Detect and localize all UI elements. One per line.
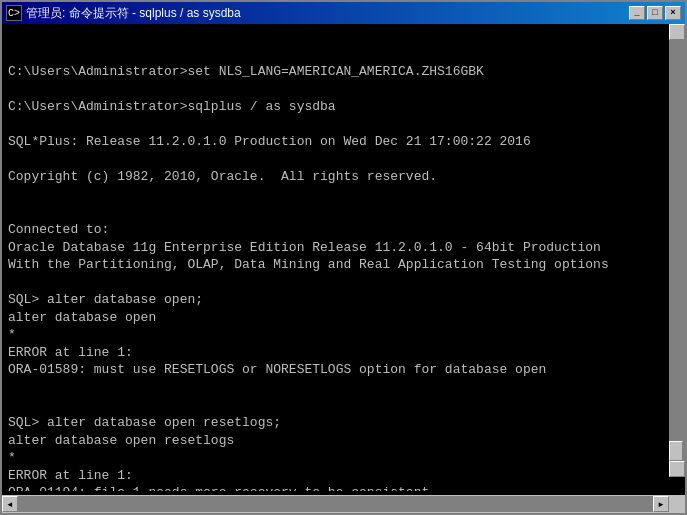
terminal-line: Connected to: [8,221,679,239]
terminal-line [8,203,679,221]
terminal-line: SQL> alter database open; [8,291,679,309]
terminal-line [8,186,679,204]
terminal-body: C:\Users\Administrator>set NLS_LANG=AMER… [2,24,685,495]
cmd-icon: C> [6,5,22,21]
scroll-left-button[interactable]: ◄ [2,496,18,512]
terminal-line [8,151,679,169]
terminal-line: C:\Users\Administrator>set NLS_LANG=AMER… [8,63,679,81]
title-bar-buttons: _ □ × [629,6,681,20]
terminal-line [8,116,679,134]
scroll-down-button[interactable]: ▼ [669,461,685,477]
horizontal-scrollbar-area: ◄ ► [2,495,685,513]
minimize-button[interactable]: _ [629,6,645,20]
title-bar: C> 管理员: 命令提示符 - sqlplus / as sysdba _ □ … [2,2,685,24]
terminal-line: * [8,449,679,467]
terminal-line: alter database open resetlogs [8,432,679,450]
terminal-line: C:\Users\Administrator>sqlplus / as sysd… [8,98,679,116]
terminal-line [8,274,679,292]
scroll-thumb[interactable] [669,441,683,461]
scroll-up-button[interactable]: ▲ [669,24,685,40]
scroll-right-button[interactable]: ► [653,496,669,512]
terminal-line: ORA-01589: must use RESETLOGS or NORESET… [8,361,679,379]
terminal-line [8,81,679,99]
vertical-scrollbar[interactable]: ▲ ▼ [669,24,685,477]
scrollbar-corner [669,496,685,512]
terminal-line: Oracle Database 11g Enterprise Edition R… [8,239,679,257]
window-title: 管理员: 命令提示符 - sqlplus / as sysdba [26,5,241,22]
maximize-button[interactable]: □ [647,6,663,20]
terminal-line [8,396,679,414]
close-button[interactable]: × [665,6,681,20]
terminal-line: ERROR at line 1: [8,467,679,485]
terminal-line: * [8,326,679,344]
terminal-output: C:\Users\Administrator>set NLS_LANG=AMER… [8,28,679,491]
terminal-line: Copyright (c) 1982, 2010, Oracle. All ri… [8,168,679,186]
terminal-line: SQL*Plus: Release 11.2.0.1.0 Production … [8,133,679,151]
terminal-line: With the Partitioning, OLAP, Data Mining… [8,256,679,274]
scroll-track [669,40,685,461]
terminal-line: alter database open [8,309,679,327]
title-bar-left: C> 管理员: 命令提示符 - sqlplus / as sysdba [6,5,241,22]
h-scroll-track [18,496,653,512]
terminal-line: ORA-01194: file 1 needs more recovery to… [8,484,679,491]
terminal-line [8,379,679,397]
window: C> 管理员: 命令提示符 - sqlplus / as sysdba _ □ … [0,0,687,515]
terminal-line: SQL> alter database open resetlogs; [8,414,679,432]
terminal-line: ERROR at line 1: [8,344,679,362]
